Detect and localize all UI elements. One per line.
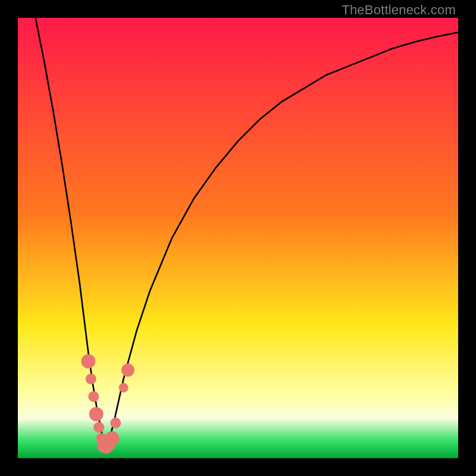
valley-marker-dot	[81, 354, 95, 368]
valley-marker-dot	[89, 407, 104, 421]
valley-marker-dot	[93, 422, 104, 433]
valley-marker-dot	[121, 364, 134, 377]
valley-marker-dot	[86, 374, 96, 384]
watermark-text: TheBottleneck.com	[342, 2, 456, 18]
curve-right-branch	[108, 32, 458, 444]
valley-marker-dot	[110, 418, 121, 428]
valley-marker-dot	[105, 431, 119, 446]
plot-area	[18, 18, 458, 458]
outer-frame: TheBottleneck.com	[0, 0, 476, 476]
valley-markers	[81, 354, 134, 454]
valley-marker-dot	[119, 383, 129, 393]
curve-layer	[18, 18, 458, 458]
valley-marker-dot	[88, 391, 99, 402]
